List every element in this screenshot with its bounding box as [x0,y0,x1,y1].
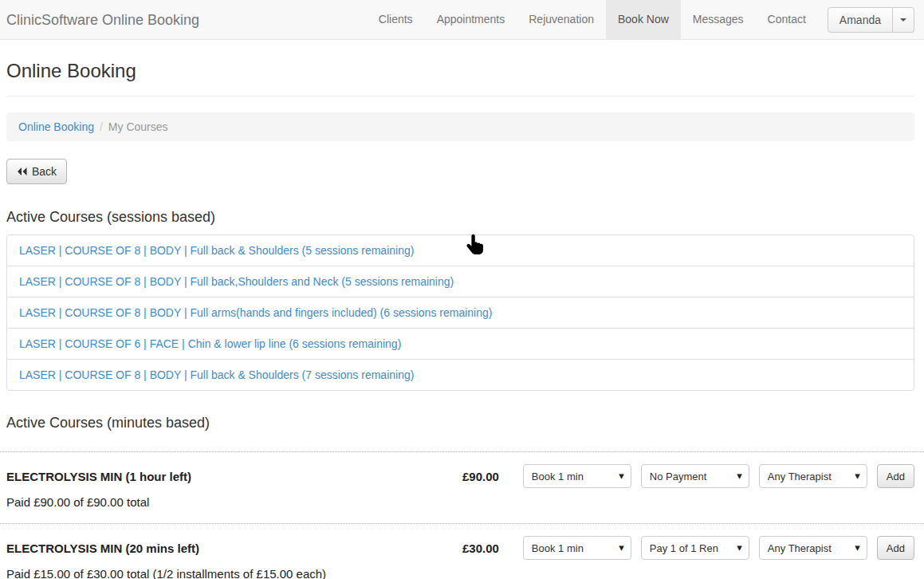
course-price: £30.00 [462,542,499,555]
payment-select[interactable]: No Payment [641,464,749,488]
nav-item-contact[interactable]: Contact [756,0,818,39]
payment-select-wrap: Pay 1 of 1 Ren [641,536,749,560]
book-duration-select[interactable]: Book 1 min [523,536,631,560]
page-title: Online Booking [6,60,914,96]
nav-item-rejuvenation[interactable]: Rejuvenation [517,0,606,39]
course-link[interactable]: LASER | COURSE OF 8 | BODY | Full back,S… [6,266,914,297]
top-navbar: ClinicSoftware Online Booking Clients Ap… [0,0,924,40]
minutes-course-row: ELECTROLYSIS MIN (20 mins left) £30.00 B… [6,536,914,579]
book-duration-select-wrap: Book 1 min [523,536,631,560]
minutes-course-row: ELECTROLYSIS MIN (1 hour left) £90.00 Bo… [6,464,914,509]
breadcrumb-separator: / [100,120,103,133]
course-price: £90.00 [462,470,499,483]
therapist-select-wrap: Any Therapist [759,464,867,488]
backward-icon [17,167,27,176]
back-button[interactable]: Back [6,159,67,184]
paid-status: Paid £90.00 of £90.00 total [6,495,914,509]
add-button[interactable]: Add [877,464,914,488]
breadcrumb-online-booking[interactable]: Online Booking [18,120,94,133]
add-button[interactable]: Add [877,536,914,560]
paid-status: Paid £15.00 of £30.00 total (1/2 install… [6,567,914,579]
minutes-section-heading: Active Courses (minutes based) [6,415,914,431]
caret-down-icon [900,18,906,22]
user-menu: Amanda [828,7,914,33]
nav-item-appointments[interactable]: Appointments [425,0,517,39]
nav-item-clients[interactable]: Clients [367,0,425,39]
therapist-select[interactable]: Any Therapist [759,464,867,488]
main-nav: Clients Appointments Rejuvenation Book N… [367,0,818,39]
therapist-select-wrap: Any Therapist [759,536,867,560]
book-duration-select[interactable]: Book 1 min [523,464,631,488]
book-duration-select-wrap: Book 1 min [523,464,631,488]
sessions-course-list: LASER | COURSE OF 8 | BODY | Full back &… [6,234,914,391]
course-link[interactable]: LASER | COURSE OF 8 | BODY | Full back &… [6,359,914,391]
dotted-divider [0,451,924,452]
breadcrumb-current: My Courses [108,120,168,133]
course-link[interactable]: LASER | COURSE OF 6 | FACE | Chin & lowe… [6,328,914,360]
dotted-divider [0,523,924,524]
course-name: ELECTROLYSIS MIN (20 mins left) [6,542,462,555]
brand-title[interactable]: ClinicSoftware Online Booking [6,0,199,39]
therapist-select[interactable]: Any Therapist [759,536,867,560]
sessions-section-heading: Active Courses (sessions based) [6,209,914,226]
user-button[interactable]: Amanda [828,7,893,33]
course-name: ELECTROLYSIS MIN (1 hour left) [6,470,462,483]
nav-item-messages[interactable]: Messages [681,0,756,39]
back-button-label: Back [32,165,57,178]
course-link[interactable]: LASER | COURSE OF 8 | BODY | Full arms(h… [6,297,914,329]
nav-item-book-now[interactable]: Book Now [606,0,681,39]
payment-select[interactable]: Pay 1 of 1 Ren [641,536,749,560]
breadcrumb: Online Booking/My Courses [6,112,914,141]
payment-select-wrap: No Payment [641,464,749,488]
course-link[interactable]: LASER | COURSE OF 8 | BODY | Full back &… [6,234,914,266]
user-dropdown-toggle[interactable] [893,7,914,33]
